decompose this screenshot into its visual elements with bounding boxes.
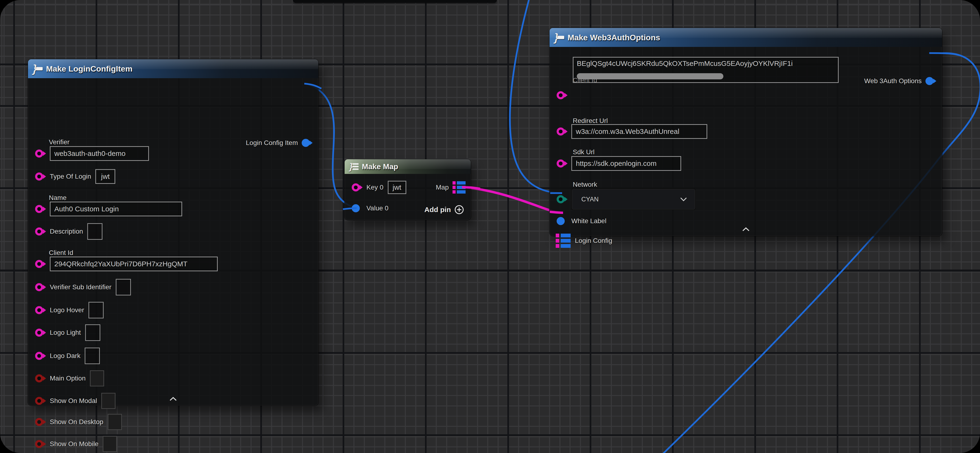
- wire-stubs-layer: [0, 0, 980, 453]
- blueprint-graph-canvas[interactable]: } Make LoginConfigItem Login Config Item…: [0, 0, 980, 453]
